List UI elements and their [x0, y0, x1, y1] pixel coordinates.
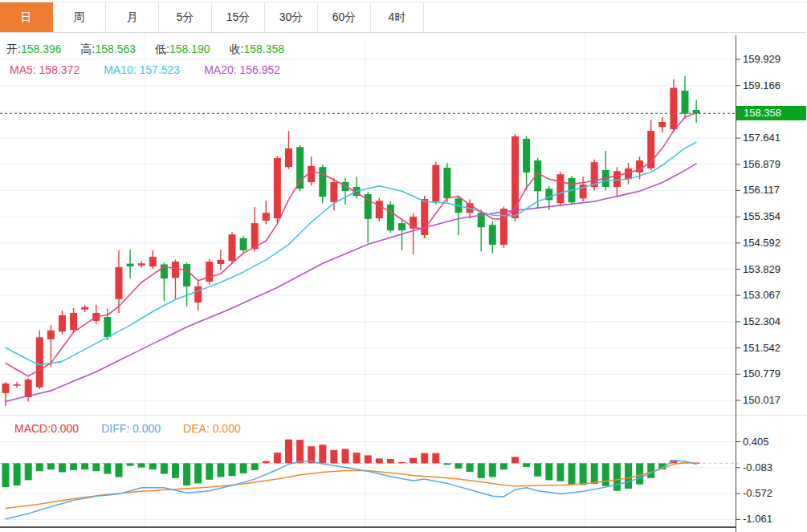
tab-5分[interactable]: 5分 — [159, 2, 212, 32]
y-axis-label: 153.829 — [743, 263, 805, 275]
high-value: 158.563 — [95, 43, 136, 55]
macd-readout: MACD:0.000 — [14, 422, 79, 435]
ma-legend: MA5: 158.372MA10: 157.523MA20: 156.952 — [10, 63, 304, 76]
y-axis-label: -1.061 — [743, 513, 805, 525]
ma10-readout: MA10: 157.523 — [104, 63, 180, 76]
y-axis-label: 153.067 — [743, 289, 805, 301]
tab-30分[interactable]: 30分 — [265, 2, 318, 32]
ma20-readout: MA20: 156.952 — [204, 63, 280, 76]
high-label: 高: — [81, 43, 96, 55]
y-axis-label: -0.083 — [743, 461, 805, 473]
tab-日[interactable]: 日 — [0, 2, 53, 32]
y-axis-label: -0.572 — [743, 487, 805, 499]
tab-周[interactable]: 周 — [53, 2, 106, 32]
candlestick-chart[interactable] — [0, 0, 807, 532]
y-axis-label: 0.405 — [743, 436, 805, 448]
macd-legend: MACD:0.000DIFF: 0.000DEA: 0.000 — [14, 422, 263, 435]
open-value: 158.396 — [21, 43, 62, 55]
diff-readout: DIFF: 0.000 — [101, 422, 161, 435]
ohlc-summary: 开:158.396高:158.563低:158.190收:158.358 — [6, 43, 304, 57]
trading-chart-app: 日周月5分15分30分60分4时 开:158.396高:158.563低:158… — [0, 0, 807, 532]
tab-60分[interactable]: 60分 — [318, 2, 371, 32]
close-label: 收: — [230, 43, 244, 55]
open-label: 开: — [6, 43, 21, 55]
y-axis-label: 159.929 — [743, 53, 805, 65]
close-value: 158.358 — [243, 43, 284, 55]
y-axis-label: 157.641 — [743, 132, 805, 144]
y-axis-label: 150.779 — [743, 368, 805, 380]
dea-readout: DEA: 0.000 — [183, 422, 241, 435]
y-axis-label: 154.592 — [743, 237, 805, 249]
y-axis-label: 159.166 — [743, 79, 805, 91]
tab-4时[interactable]: 4时 — [371, 2, 424, 32]
y-axis-label: 156.117 — [743, 184, 805, 196]
period-tabbar: 日周月5分15分30分60分4时 — [0, 2, 806, 33]
ma5-readout: MA5: 158.372 — [10, 63, 79, 76]
low-value: 158.190 — [169, 43, 210, 55]
y-axis-label: 152.304 — [743, 315, 805, 327]
y-axis-label: 150.017 — [743, 394, 805, 406]
current-price-tag: 158.358 — [736, 106, 806, 120]
tab-月[interactable]: 月 — [106, 2, 159, 32]
y-axis-label: 151.542 — [743, 342, 805, 354]
y-axis-label: 156.879 — [743, 158, 805, 170]
tab-15分[interactable]: 15分 — [212, 2, 265, 32]
low-label: 低: — [155, 43, 169, 55]
y-axis-label: 155.354 — [743, 210, 805, 222]
